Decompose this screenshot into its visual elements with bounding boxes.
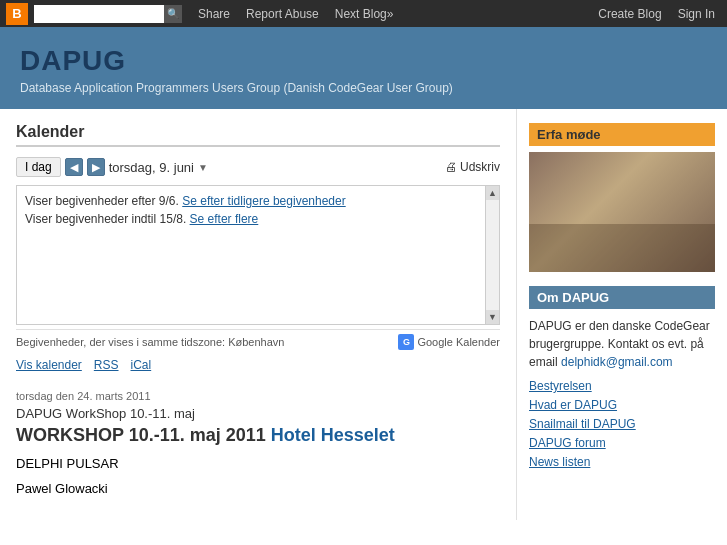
sign-in-link[interactable]: Sign In [672, 7, 721, 21]
earlier-events-link[interactable]: Se efter tidligere begivenheder [182, 194, 345, 208]
main-layout: Kalender I dag ◀ ▶ torsdag, 9. juni ▼ 🖨 … [0, 109, 727, 520]
print-label: Udskriv [460, 160, 500, 174]
navbar-links: Share Report Abuse Next Blog» [190, 7, 401, 21]
erfa-section: Erfa møde [529, 123, 715, 272]
navbar: B 🔍 Share Report Abuse Next Blog» Create… [0, 0, 727, 27]
post-body-line-2: Pawel Glowacki [16, 481, 500, 496]
erfa-image [529, 152, 715, 272]
next-blog-link[interactable]: Next Blog» [327, 7, 402, 21]
post-body: DELPHI PULSAR Pawel Glowacki [16, 456, 500, 496]
calendar-dropdown-arrow[interactable]: ▼ [198, 162, 208, 173]
calendar-section: Kalender I dag ◀ ▶ torsdag, 9. juni ▼ 🖨 … [16, 123, 500, 372]
post-subtitle: DAPUG WorkShop 10.-11. maj [16, 406, 500, 421]
calendar-body: Viser begivenheder efter 9/6. Se efter t… [16, 185, 500, 325]
ical-link[interactable]: iCal [131, 358, 152, 372]
navbar-right-links: Create Blog Sign In [592, 7, 721, 21]
calendar-scrollbar[interactable]: ▲ ▼ [485, 186, 499, 324]
scroll-up-button[interactable]: ▲ [486, 186, 499, 200]
next-button[interactable]: ▶ [87, 158, 105, 176]
share-link[interactable]: Share [190, 7, 238, 21]
erfa-title: Erfa møde [529, 123, 715, 146]
rss-link[interactable]: RSS [94, 358, 119, 372]
google-cal-text: Google Kalender [417, 336, 500, 348]
left-column: Kalender I dag ◀ ▶ torsdag, 9. juni ▼ 🖨 … [0, 109, 517, 520]
calendar-controls: I dag ◀ ▶ torsdag, 9. juni ▼ 🖨 Udskriv [16, 157, 500, 177]
more-events-link[interactable]: Se efter flere [190, 212, 259, 226]
blog-post-0: torsdag den 24. marts 2011 DAPUG WorkSho… [16, 390, 500, 496]
timezone-text: Begivenheder, der vises i samme tidszone… [16, 336, 284, 348]
print-button[interactable]: 🖨 Udskriv [445, 160, 500, 174]
right-sidebar: Erfa møde Om DAPUG DAPUG er den danske C… [517, 109, 727, 520]
scroll-down-button[interactable]: ▼ [486, 310, 499, 324]
google-calendar-badge: G Google Kalender [398, 334, 500, 350]
forum-link[interactable]: DAPUG forum [529, 436, 715, 450]
print-icon: 🖨 [445, 160, 457, 174]
calendar-date-text: torsdag, 9. juni [109, 160, 194, 175]
vis-kalender-link[interactable]: Vis kalender [16, 358, 82, 372]
snailmail-link[interactable]: Snailmail til DAPUG [529, 417, 715, 431]
om-section: Om DAPUG DAPUG er den danske CodeGear br… [529, 286, 715, 469]
post-body-line-1: DELPHI PULSAR [16, 456, 500, 471]
calendar-links: Vis kalender RSS iCal [16, 358, 500, 372]
search-input[interactable] [34, 5, 164, 23]
meeting-room-photo [529, 152, 715, 272]
event-line-1: Viser begivenheder efter 9/6. Se efter t… [25, 194, 491, 208]
today-button[interactable]: I dag [16, 157, 61, 177]
email-link[interactable]: delphidk@gmail.com [561, 355, 673, 369]
report-abuse-link[interactable]: Report Abuse [238, 7, 327, 21]
site-header: DAPUG Database Application Programmers U… [0, 27, 727, 109]
google-cal-logo: G [398, 334, 414, 350]
calendar-title: Kalender [16, 123, 500, 147]
about-text: DAPUG er den danske CodeGear brugergrupp… [529, 317, 715, 371]
prev-button[interactable]: ◀ [65, 158, 83, 176]
blogger-logo: B [6, 3, 28, 25]
hvad-er-dapug-link[interactable]: Hvad er DAPUG [529, 398, 715, 412]
event-line-2: Viser begivenheder indtil 15/8. Se efter… [25, 212, 491, 226]
post-date: torsdag den 24. marts 2011 [16, 390, 500, 402]
post-title: WORKSHOP 10.-11. maj 2011 Hotel Hesselet [16, 425, 500, 446]
post-title-link[interactable]: Hotel Hesselet [271, 425, 395, 445]
site-title: DAPUG [20, 45, 707, 77]
site-subtitle: Database Application Programmers Users G… [20, 81, 707, 95]
calendar-footer: Begivenheder, der vises i samme tidszone… [16, 329, 500, 350]
create-blog-link[interactable]: Create Blog [592, 7, 667, 21]
calendar-date: torsdag, 9. juni ▼ [109, 160, 208, 175]
om-title: Om DAPUG [529, 286, 715, 309]
news-link[interactable]: News listen [529, 455, 715, 469]
search-button[interactable]: 🔍 [164, 5, 182, 23]
bestyrelsen-link[interactable]: Bestyrelsen [529, 379, 715, 393]
